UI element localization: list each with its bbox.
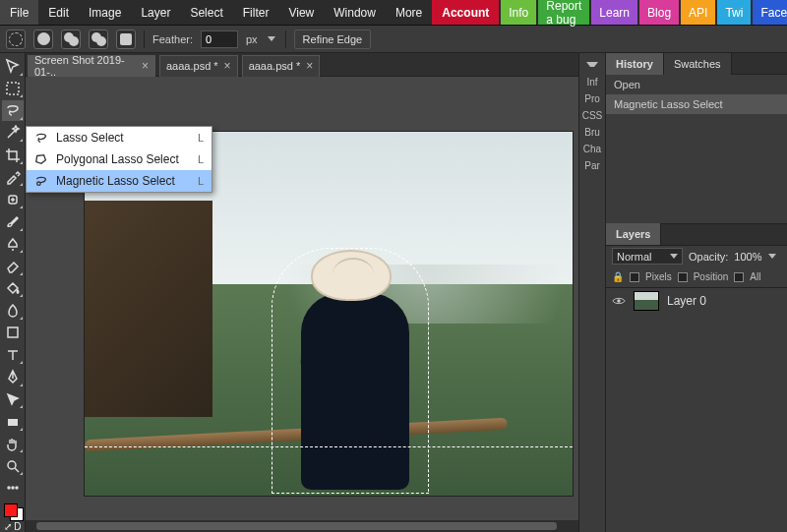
chevron-down-icon [670,254,678,259]
path-select-tool[interactable] [2,389,24,410]
panel-toggle-icon[interactable] [586,59,598,71]
panel-paragraph-tab[interactable]: Par [584,160,600,171]
flyout-item-lasso[interactable]: Lasso Select L [27,127,212,148]
swap-colors-icon[interactable]: ⤢ [4,521,12,532]
poly-lasso-icon [34,152,48,166]
smudge-tool[interactable] [2,300,24,321]
link-report-bug[interactable]: Report a bug [538,0,589,25]
panel-css-tab[interactable]: CSS [582,110,603,121]
selection-add-icon[interactable] [33,30,53,49]
flyout-item-magnetic-lasso[interactable]: Magnetic Lasso Select L [27,170,212,192]
color-swatches[interactable] [2,502,24,522]
flyout-shortcut: L [198,132,204,144]
horizontal-scrollbar[interactable] [26,520,578,532]
clone-tool[interactable] [2,234,24,255]
brush-tool[interactable] [2,211,24,232]
menu-layer[interactable]: Layer [131,0,180,25]
lock-pixels-checkbox[interactable] [630,272,639,282]
lock-icon: 🔒 [612,271,624,282]
flyout-item-poly-lasso[interactable]: Polygonal Lasso Select L [27,148,212,170]
feather-input[interactable] [201,30,238,48]
svg-point-6 [16,487,18,489]
link-api[interactable]: API [681,0,715,25]
menu-file[interactable]: File [0,0,38,25]
heal-tool[interactable] [2,189,24,209]
marquee-tool[interactable] [2,79,24,99]
close-icon[interactable]: × [142,59,149,73]
layer-thumbnail [634,291,659,311]
lock-all-checkbox[interactable] [734,272,744,282]
menu-account[interactable]: Account [432,0,499,25]
link-blog[interactable]: Blog [639,0,679,25]
move-tool[interactable] [2,56,24,77]
dots-tool[interactable] [2,478,24,499]
link-learn[interactable]: Learn [591,0,637,25]
menu-filter[interactable]: Filter [233,0,279,25]
blend-mode-select[interactable]: Normal [612,248,683,265]
eye-icon[interactable] [612,294,626,308]
menu-image[interactable]: Image [79,0,131,25]
history-item[interactable]: Open [606,75,787,94]
opacity-label: Opacity: [689,251,728,263]
right-panels: History Swatches Open Magnetic Lasso Sel… [606,53,787,532]
separator [144,30,145,48]
history-tab[interactable]: History [606,53,664,75]
document-tab[interactable]: Screen Shot 2019-01-..× [28,55,155,77]
menu-window[interactable]: Window [324,0,386,25]
fill-tool[interactable] [2,278,24,299]
panel-character-tab[interactable]: Cha [583,144,601,154]
other-tool[interactable] [2,323,24,343]
selection-subtract-icon[interactable] [61,30,81,49]
hand-tool[interactable] [2,434,24,454]
link-twitter[interactable]: Twi [717,0,751,25]
collapsed-panels-strip: Inf Pro CSS Bru Cha Par [578,53,606,532]
panel-properties-tab[interactable]: Pro [584,93,600,104]
menu-more[interactable]: More [386,0,432,25]
link-info[interactable]: Info [501,0,536,25]
zoom-tool[interactable] [2,455,24,476]
document-tab[interactable]: aaaa.psd *× [242,55,321,77]
tab-label: aaaa.psd * [166,60,218,72]
type-tool[interactable] [2,345,24,366]
lock-all-label: All [750,271,760,282]
layer-row[interactable]: Layer 0 [606,287,787,315]
lock-position-checkbox[interactable] [678,272,688,282]
lasso-tool[interactable] [2,100,24,121]
layer-name[interactable]: Layer 0 [667,294,706,308]
menu-view[interactable]: View [278,0,324,25]
chevron-down-icon[interactable] [768,254,776,259]
panel-info-tab[interactable]: Inf [586,77,597,88]
default-colors[interactable]: D [14,521,21,532]
menu-edit[interactable]: Edit [38,0,79,25]
eraser-tool[interactable] [2,256,24,276]
panel-brush-tab[interactable]: Bru [584,127,600,138]
layers-tab[interactable]: Layers [606,223,661,245]
crop-tool[interactable] [2,145,24,165]
selection-exclude-icon[interactable] [116,30,136,49]
history-item[interactable]: Magnetic Lasso Select [606,94,787,114]
refine-edge-button[interactable]: Refine Edge [294,30,372,49]
menu-bar: File Edit Image Layer Select Filter View… [0,0,787,26]
swatches-tab[interactable]: Swatches [664,53,732,75]
document-tab[interactable]: aaaa.psd *× [159,55,238,77]
svg-rect-2 [8,419,18,426]
close-icon[interactable]: × [224,59,231,73]
selection-new-icon[interactable] [6,30,26,49]
opacity-value[interactable]: 100% [734,251,761,263]
pen-tool[interactable] [2,367,24,387]
options-bar: Feather: px Refine Edge [0,26,787,53]
workspace: Screen Shot 2019-01-..× aaaa.psd *× aaaa… [26,53,578,532]
flyout-label: Lasso Select [56,131,124,145]
feather-dropdown-icon[interactable] [266,33,277,45]
menu-select[interactable]: Select [180,0,232,25]
link-facebook[interactable]: Facebook [753,0,787,25]
shape-tool[interactable] [2,411,24,432]
eyedropper-tool[interactable] [2,167,24,188]
feather-unit: px [246,33,258,45]
selection-intersect-icon[interactable] [89,30,108,49]
flyout-label: Polygonal Lasso Select [56,152,179,166]
history-list: Open Magnetic Lasso Select [606,75,787,114]
mag-lasso-icon [34,174,48,188]
close-icon[interactable]: × [306,59,313,73]
wand-tool[interactable] [2,123,24,144]
